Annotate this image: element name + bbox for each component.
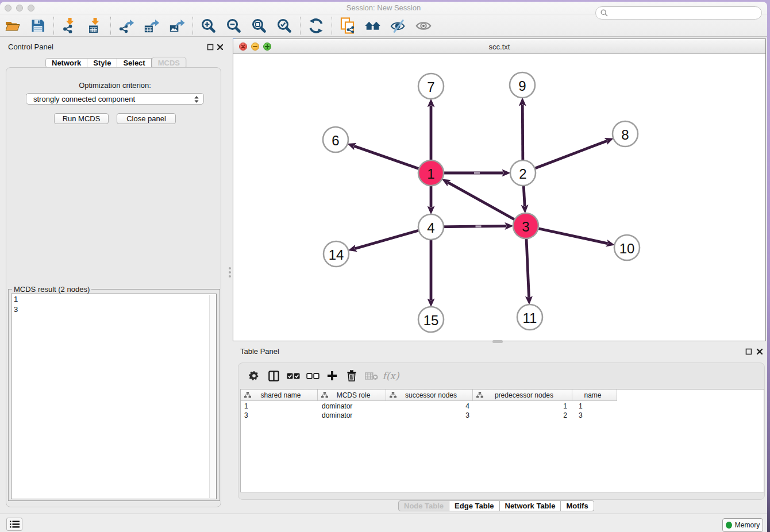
save-session-icon	[30, 18, 45, 33]
export-image-button[interactable]	[169, 17, 185, 34]
export-table-icon	[144, 18, 160, 34]
toolbar-separator	[53, 17, 54, 35]
application-window: Session: New Session Control Panel Netwo…	[0, 2, 767, 532]
function-builder-button[interactable]: f(x)	[383, 367, 398, 384]
control-panel-close-icon[interactable]	[217, 44, 224, 51]
table-row[interactable]: 1dominator411	[241, 402, 764, 411]
graph-node-label-4: 4	[427, 220, 434, 236]
import-network-button[interactable]	[61, 17, 78, 34]
zoom-selected-button[interactable]	[276, 17, 292, 34]
graph-node-label-15: 15	[424, 313, 439, 328]
table-settings-button[interactable]	[247, 367, 261, 384]
column-header-MCDS-role[interactable]: MCDS role	[318, 390, 386, 401]
network-graph-canvas[interactable]: 1234678910111415	[233, 54, 765, 341]
panel-splitter-handle[interactable]	[228, 267, 232, 277]
attribute-icon	[476, 392, 483, 398]
search-field[interactable]	[595, 6, 762, 20]
first-neighbors-icon	[365, 18, 381, 33]
zoom-fit-button[interactable]	[251, 17, 267, 34]
table-tab-network-table[interactable]: Network Table	[500, 500, 561, 511]
table-cell[interactable]: 3	[241, 411, 318, 420]
column-header-shared-name[interactable]: shared name	[241, 390, 318, 401]
zoom-in-button[interactable]	[201, 17, 217, 34]
memory-label: Memory	[735, 521, 760, 529]
control-panel-float-icon[interactable]	[207, 44, 214, 51]
table-tab-motifs[interactable]: Motifs	[561, 500, 594, 511]
table-row[interactable]: 3dominator323	[241, 411, 764, 420]
table-cell[interactable]: 2	[473, 411, 572, 420]
table-cell[interactable]: 3	[386, 411, 473, 420]
table-cell[interactable]: 4	[386, 402, 473, 411]
save-session-button[interactable]	[30, 17, 46, 34]
attribute-icon	[390, 392, 396, 398]
table-cell[interactable]: 1	[473, 402, 572, 411]
table-cell[interactable]: 1	[241, 402, 318, 411]
new-network-from-selection-button[interactable]	[340, 17, 356, 34]
graph-node-label-1: 1	[427, 166, 434, 182]
mcds-result-item[interactable]: 3	[11, 304, 216, 315]
table-toolbar: f(x)	[244, 366, 401, 385]
table-panel-title: Table Panel	[240, 347, 279, 356]
table-tabs: Node TableEdge TableNetwork TableMotifs	[398, 500, 594, 511]
hide-selected-icon	[390, 19, 406, 33]
optimization-criterion-select[interactable]: strongly connected component	[26, 93, 204, 105]
table-tab-node-table[interactable]: Node Table	[398, 500, 449, 511]
horizontal-splitter-handle[interactable]	[492, 340, 503, 343]
edge-handle	[474, 172, 480, 174]
control-panel-tab-style[interactable]: Style	[87, 58, 117, 68]
control-panel-tab-select[interactable]: Select	[117, 58, 151, 68]
search-input[interactable]	[611, 9, 761, 17]
show-all-button[interactable]	[415, 17, 432, 34]
table-panel-float-icon[interactable]	[745, 348, 752, 355]
table-panel-close-icon[interactable]	[756, 348, 763, 355]
graph-node-label-14: 14	[329, 247, 344, 263]
select-all-button[interactable]	[286, 367, 301, 384]
attribute-icon	[321, 392, 328, 398]
toggle-panel-layout-button[interactable]	[266, 367, 281, 384]
table-cell[interactable]: 3	[572, 411, 617, 420]
add-column-button[interactable]	[325, 367, 340, 384]
run-mcds-button[interactable]: Run MCDS	[54, 113, 109, 124]
new-network-from-selection-icon	[340, 17, 355, 34]
table-cell[interactable]: dominator	[318, 402, 386, 411]
column-header-predecessor-nodes[interactable]: predecessor nodes	[473, 390, 572, 401]
first-neighbors-button[interactable]	[365, 17, 381, 34]
result-scrollbar[interactable]	[209, 295, 215, 498]
node-table: shared nameMCDS rolesuccessor nodesprede…	[240, 389, 764, 492]
table-tab-edge-table[interactable]: Edge Table	[449, 500, 499, 511]
close-panel-button[interactable]: Close panel	[117, 113, 176, 124]
mcds-result-item[interactable]: 1	[11, 294, 216, 304]
hide-selected-button[interactable]	[390, 17, 406, 34]
table-cell[interactable]: 1	[572, 402, 617, 411]
column-header-successor-nodes[interactable]: successor nodes	[386, 390, 473, 401]
memory-button[interactable]: Memory	[722, 518, 763, 532]
import-network-icon	[61, 18, 78, 34]
apply-layout-icon	[308, 18, 324, 34]
apply-layout-button[interactable]	[308, 17, 324, 34]
zoom-selected-icon	[276, 18, 292, 34]
zoom-out-button[interactable]	[226, 17, 242, 34]
toolbar-separator	[332, 17, 332, 35]
delete-column-button[interactable]	[344, 367, 359, 384]
search-icon	[600, 9, 608, 17]
task-history-button[interactable]	[6, 518, 22, 531]
mcds-result-list[interactable]: 13	[11, 294, 217, 499]
import-table-icon	[87, 18, 103, 34]
import-table-button[interactable]	[87, 17, 103, 34]
graph-node-label-2: 2	[519, 166, 526, 182]
table-cell[interactable]: dominator	[318, 411, 386, 420]
toolbar-separator	[192, 17, 193, 35]
graph-node-label-6: 6	[332, 133, 339, 148]
open-session-button[interactable]	[5, 17, 21, 34]
edge-2-8[interactable]	[523, 141, 607, 173]
control-panel-tabs: NetworkStyleSelectMCDS	[45, 58, 186, 68]
combo-chevrons-icon	[194, 96, 199, 103]
deselect-all-button[interactable]	[305, 367, 320, 384]
export-table-button[interactable]	[144, 17, 160, 34]
export-network-button[interactable]	[118, 17, 134, 34]
delete-table-button[interactable]	[364, 367, 379, 384]
control-panel-tab-network[interactable]: Network	[45, 58, 87, 68]
graph-node-label-9: 9	[518, 78, 526, 94]
graph-node-label-8: 8	[621, 127, 629, 142]
column-header-name[interactable]: name	[572, 390, 617, 401]
